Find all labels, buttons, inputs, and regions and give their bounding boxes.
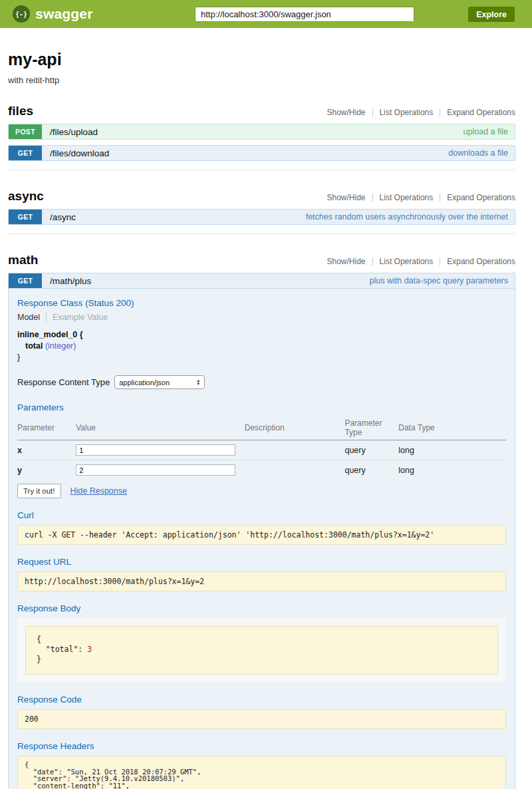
column-header-parameter: Parameter (17, 415, 76, 440)
endpoint-summary[interactable]: downloads a file (448, 148, 508, 158)
section-controls: Show/Hide List Operations Expand Operati… (327, 257, 515, 266)
try-it-out-button[interactable]: Try it out! (17, 484, 61, 498)
param-description (245, 440, 345, 460)
page-title: my-api (8, 50, 515, 69)
section-title-math[interactable]: math (8, 253, 38, 267)
endpoint-summary[interactable]: plus with data-spec query parameters (370, 276, 508, 285)
explore-button[interactable]: Explore (468, 7, 515, 22)
param-type: query (344, 460, 398, 480)
endpoint-summary[interactable]: fetches random users asynchronously over… (306, 212, 508, 222)
section-async: async Show/Hide List Operations Expand O… (8, 189, 515, 234)
response-code-value: 200 (17, 709, 506, 729)
request-url-value: http://localhost:3000/math/plus?x=1&y=2 (17, 571, 506, 591)
endpoint-path-link[interactable]: /files/download (50, 148, 109, 158)
curl-heading: Curl (17, 510, 506, 520)
page-subtitle: with reitit-http (8, 75, 515, 85)
list-operations-link[interactable]: List Operations (380, 108, 434, 117)
section-controls: Show/Hide List Operations Expand Operati… (327, 108, 515, 117)
json-number-value: 3 (87, 645, 92, 654)
section-title-async[interactable]: async (8, 189, 44, 204)
list-operations-link[interactable]: List Operations (380, 257, 434, 266)
divider (440, 108, 440, 116)
tab-model[interactable]: Model (17, 313, 40, 322)
response-content-type-select[interactable]: application/json (114, 375, 205, 389)
section-files: files Show/Hide List Operations Expand O… (8, 104, 515, 170)
selected-content-type: application/json (119, 379, 196, 387)
divider (372, 108, 373, 116)
endpoint-path-link[interactable]: /async (50, 212, 76, 222)
json-open-brace: { (37, 635, 41, 644)
select-spinner-icon (196, 379, 200, 385)
response-body-json: { "total": 3 } (25, 626, 498, 675)
method-badge: GET (9, 273, 42, 288)
param-name: y (17, 460, 76, 480)
parameters-heading: Parameters (17, 402, 506, 412)
response-class-heading: Response Class (Status 200) (17, 298, 506, 308)
column-header-value: Value (76, 415, 245, 440)
response-headers-json: { "date": "Sun, 21 Oct 2018 20:07:29 GMT… (17, 756, 506, 789)
top-bar: {-} swagger Explore (0, 0, 532, 28)
method-badge: POST (9, 124, 42, 139)
expand-operations-link[interactable]: Expand Operations (447, 193, 515, 202)
brand-name: swagger (35, 6, 93, 22)
response-headers-heading: Response Headers (17, 741, 506, 751)
show-hide-link[interactable]: Show/Hide (327, 193, 366, 202)
show-hide-link[interactable]: Show/Hide (327, 108, 366, 117)
spec-url-input[interactable] (195, 7, 414, 22)
section-math: math Show/Hide List Operations Expand Op… (8, 253, 515, 789)
model-signature: inline_model_0 { total (integer) } (17, 329, 506, 363)
param-description (245, 460, 345, 480)
section-title-files[interactable]: files (8, 104, 33, 118)
response-content-type-label: Response Content Type (17, 377, 110, 387)
endpoint-row-get-files-download[interactable]: GET /files/download downloads a file (8, 145, 515, 161)
request-url-heading: Request URL (17, 557, 506, 567)
method-badge: GET (9, 210, 42, 224)
section-controls: Show/Hide List Operations Expand Operati… (327, 193, 515, 202)
brand[interactable]: {-} swagger (13, 0, 93, 28)
endpoint-row-get-math-plus[interactable]: GET /math/plus plus with data-spec query… (8, 273, 515, 289)
show-hide-link[interactable]: Show/Hide (327, 257, 366, 266)
model-close: } (17, 352, 506, 363)
response-body-heading: Response Body (17, 603, 506, 613)
endpoint-row-get-async[interactable]: GET /async fetches random users asynchro… (8, 209, 515, 225)
divider (440, 257, 440, 265)
tab-example-value[interactable]: Example Value (53, 313, 108, 322)
expand-operations-link[interactable]: Expand Operations (447, 108, 515, 117)
column-header-description: Description (245, 415, 345, 440)
parameters-table: Parameter Value Description Parameter Ty… (17, 415, 506, 480)
endpoint-row-post-files-upload[interactable]: POST /files/upload upload a file (8, 124, 515, 140)
model-open: inline_model_0 { (17, 329, 506, 341)
list-operations-link[interactable]: List Operations (380, 193, 434, 202)
table-row: y query long (17, 460, 506, 480)
json-key: "total": (37, 645, 87, 654)
divider (440, 194, 440, 202)
param-x-value-input[interactable] (76, 444, 235, 456)
divider (372, 257, 373, 265)
main-content: my-api with reitit-http files Show/Hide … (0, 50, 532, 789)
response-code-heading: Response Code (17, 695, 506, 705)
endpoint-path-link[interactable]: /math/plus (50, 276, 91, 286)
method-badge: GET (9, 146, 42, 160)
swagger-logo-icon: {-} (13, 5, 30, 23)
divider (46, 313, 47, 322)
param-data-type: long (398, 460, 506, 480)
hide-response-link[interactable]: Hide Response (70, 486, 127, 496)
divider (372, 194, 373, 202)
model-field-name: total (25, 341, 43, 351)
endpoint-summary[interactable]: upload a file (464, 127, 508, 136)
json-close-brace: } (37, 655, 41, 664)
param-data-type: long (398, 440, 506, 460)
table-row: x query long (17, 440, 506, 460)
param-y-value-input[interactable] (76, 464, 235, 476)
expand-operations-link[interactable]: Expand Operations (447, 257, 515, 266)
endpoint-path-link[interactable]: /files/upload (50, 127, 98, 137)
model-tabs: Model Example Value (17, 313, 506, 322)
curl-command: curl -X GET --header 'Accept: applicatio… (17, 525, 506, 545)
operation-detail-panel: Response Class (Status 200) Model Exampl… (8, 289, 515, 789)
param-type: query (344, 440, 398, 460)
column-header-parameter-type: Parameter Type (344, 415, 398, 440)
param-name: x (17, 440, 76, 460)
column-header-data-type: Data Type (398, 415, 506, 440)
response-body-container: { "total": 3 } (17, 618, 506, 683)
model-field-type: (integer) (45, 341, 76, 351)
